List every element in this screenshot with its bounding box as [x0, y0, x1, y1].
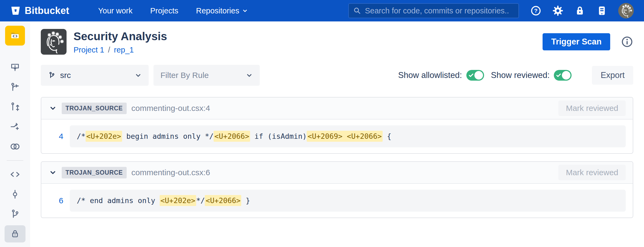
finding-card-body: 4 /*<U+202e> begin admins only */<U+2066…: [41, 119, 633, 153]
nav-repositories[interactable]: Repositories: [196, 6, 248, 15]
page-title: Security Analysis: [74, 30, 167, 43]
toggle-group: Show allowlisted: Show reviewed:: [398, 66, 633, 85]
toggle-knob: [474, 71, 483, 80]
breadcrumb-repo-link[interactable]: rep_1: [114, 46, 134, 54]
finding-location: commenting-out.csx:6: [131, 168, 210, 177]
navbar-icons: ?: [530, 3, 634, 18]
nav-projects[interactable]: Projects: [150, 6, 178, 15]
sidebar-pipeline-icon[interactable]: [5, 118, 25, 135]
finding-card-body: 6 /* end admins only <U+202e>*/<U+2066> …: [41, 184, 633, 218]
finding-card-header: TROJAN_SOURCE commenting-out.csx:6 Mark …: [41, 162, 633, 184]
chevron-down-icon: [242, 8, 248, 14]
user-avatar[interactable]: [618, 3, 634, 18]
breadcrumb-project-link[interactable]: Project 1: [74, 46, 104, 54]
filter-toolbar: src Filter By Rule Show allowlisted:: [41, 65, 633, 86]
sidebar-create-pull-request-icon[interactable]: [5, 98, 25, 115]
show-reviewed-toggle[interactable]: [554, 70, 572, 81]
trigger-scan-button[interactable]: Trigger Scan: [543, 33, 610, 50]
chevron-down-icon: [135, 72, 142, 79]
code-line-row: 4 /*<U+202e> begin admins only */<U+2066…: [48, 125, 626, 147]
sidebar-clone-icon[interactable]: [5, 59, 25, 76]
unicode-token: <U+202e>: [86, 131, 122, 142]
finding-card: TROJAN_SOURCE commenting-out.csx:6 Mark …: [41, 161, 633, 218]
sidebar-commits-icon[interactable]: [5, 186, 25, 203]
nav-your-work[interactable]: Your work: [98, 6, 133, 15]
sidebar-security-lock-item[interactable]: [5, 225, 25, 242]
unicode-token: <U+2069> <U+2066>: [307, 131, 382, 142]
unicode-token: <U+2066>: [205, 195, 241, 206]
repo-sidebar: [0, 21, 30, 247]
code-line: /*<U+202e> begin admins only */<U+2066> …: [77, 132, 619, 141]
top-navbar: Bitbucket Your work Projects Repositorie…: [0, 0, 644, 21]
repo-avatar-folder-code-icon[interactable]: [5, 26, 25, 46]
collapse-chevron-icon[interactable]: [48, 104, 57, 113]
show-allowlisted-toggle[interactable]: [466, 70, 484, 81]
show-allowlisted-label: Show allowlisted:: [398, 70, 462, 80]
sidebar-compare-circles-icon[interactable]: [5, 138, 25, 155]
code-block: /*<U+202e> begin admins only */<U+2066> …: [70, 125, 626, 147]
mark-reviewed-button[interactable]: Mark reviewed: [558, 100, 626, 116]
sidebar-create-branch-icon[interactable]: [5, 78, 25, 96]
unicode-token: <U+202e>: [160, 195, 196, 206]
branch-select[interactable]: src: [41, 65, 149, 86]
unicode-token: <U+2066>: [214, 131, 250, 142]
brand-name: Bitbucket: [25, 5, 69, 16]
collapse-chevron-icon[interactable]: [48, 168, 57, 177]
breadcrumb: Project 1 / rep_1: [74, 46, 167, 54]
finding-location: commenting-out.csx:4: [131, 104, 210, 113]
check-icon: [556, 72, 562, 78]
primary-nav: Your work Projects Repositories: [98, 6, 248, 15]
rule-filter-select[interactable]: Filter By Rule: [153, 65, 260, 86]
finding-card: TROJAN_SOURCE commenting-out.csx:4 Mark …: [41, 97, 633, 154]
branch-select-value: src: [60, 71, 71, 80]
line-number: 4: [48, 132, 63, 141]
code-line-row: 6 /* end admins only <U+202e>*/<U+2066> …: [48, 190, 626, 212]
lock-icon[interactable]: [574, 5, 586, 16]
app-layout: Security Analysis Project 1 / rep_1 Trig…: [0, 21, 644, 247]
search-input[interactable]: [364, 6, 514, 16]
sidebar-divider: [7, 160, 23, 161]
page-header: Security Analysis Project 1 / rep_1 Trig…: [41, 29, 633, 55]
title-block: Security Analysis Project 1 / rep_1: [74, 29, 167, 54]
search-icon: [353, 7, 361, 15]
svg-text:?: ?: [534, 8, 538, 14]
findings-list: TROJAN_SOURCE commenting-out.csx:4 Mark …: [41, 97, 633, 218]
line-number: 6: [48, 196, 63, 205]
bitbucket-bucket-icon: [10, 5, 21, 16]
code-line: /* end admins only <U+202e>*/<U+2066> }: [77, 196, 619, 205]
rule-badge: TROJAN_SOURCE: [62, 167, 127, 178]
finding-card-header: TROJAN_SOURCE commenting-out.csx:4 Mark …: [41, 98, 633, 119]
branch-icon: [48, 71, 56, 79]
help-icon[interactable]: ?: [530, 5, 541, 16]
check-icon: [468, 72, 474, 78]
breadcrumb-separator: /: [108, 46, 110, 54]
show-reviewed-label: Show reviewed:: [491, 70, 550, 80]
rule-badge: TROJAN_SOURCE: [62, 103, 127, 114]
chevron-down-icon: [246, 72, 253, 79]
sidebar-branches-icon[interactable]: [5, 205, 25, 223]
bitbucket-logo[interactable]: Bitbucket: [10, 5, 69, 16]
export-button[interactable]: Export: [592, 66, 633, 85]
feedback-icon[interactable]: [596, 5, 608, 16]
settings-gear-icon[interactable]: [552, 5, 564, 16]
info-icon[interactable]: [621, 36, 633, 48]
toggle-knob: [562, 71, 570, 80]
bitbucket-app: Bitbucket Your work Projects Repositorie…: [0, 0, 644, 247]
global-search[interactable]: [348, 3, 519, 18]
code-block: /* end admins only <U+202e>*/<U+2066> }: [70, 190, 626, 212]
mark-reviewed-button[interactable]: Mark reviewed: [558, 165, 626, 180]
main-content: Security Analysis Project 1 / rep_1 Trig…: [30, 21, 644, 247]
header-actions: Trigger Scan: [543, 33, 633, 50]
sidebar-source-icon[interactable]: [5, 166, 25, 183]
project-avatar: [41, 29, 67, 55]
rule-select-placeholder: Filter By Rule: [160, 71, 209, 80]
